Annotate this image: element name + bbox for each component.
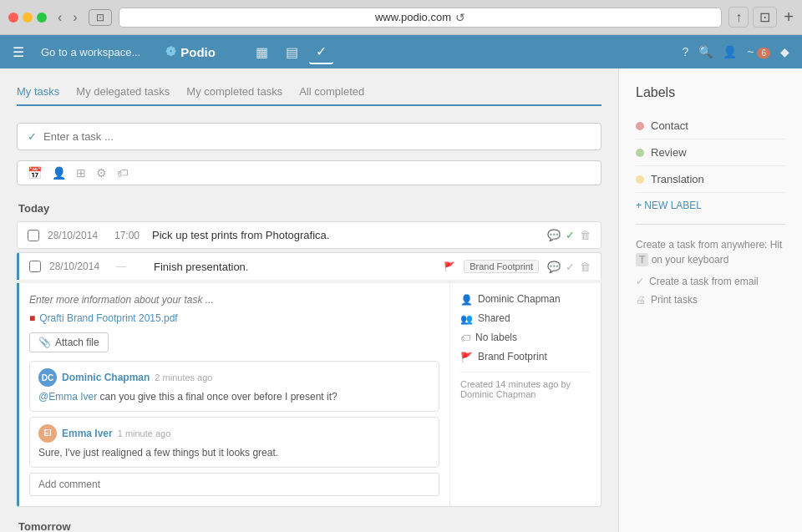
today-header: Today bbox=[17, 202, 602, 215]
apps-nav-button[interactable]: ▦ bbox=[249, 40, 275, 64]
mention-emma[interactable]: @Emma Iver bbox=[38, 391, 97, 403]
task-row: 28/10/2014 17:00 Pick up test prints fro… bbox=[17, 221, 602, 249]
window-toggle-button[interactable]: ⊡ bbox=[89, 9, 112, 26]
grid-icon[interactable]: ⊞ bbox=[76, 166, 86, 180]
browser-nav: ‹ › bbox=[53, 8, 82, 27]
tasks-nav-button[interactable]: ✓ bbox=[309, 40, 333, 64]
task-expanded-panel: ■ Qrafti Brand Footprint 2015.pdf 📎 Atta… bbox=[17, 283, 602, 507]
task1-checkbox[interactable] bbox=[28, 230, 39, 241]
tab-my-tasks[interactable]: My tasks bbox=[17, 85, 59, 106]
task2-time: — bbox=[116, 261, 145, 272]
settings-icon-toolbar[interactable]: ⚙ bbox=[96, 166, 107, 180]
expanded-right: 👤 Dominic Chapman 👥 Shared 🏷 No labels bbox=[450, 283, 601, 506]
labels-row: 🏷 No labels bbox=[460, 332, 591, 344]
tab-delegated[interactable]: My delegated tasks bbox=[76, 85, 170, 104]
sidebar-divider bbox=[636, 224, 785, 225]
close-dot[interactable] bbox=[8, 13, 18, 23]
task-input-wrapper: ✓ bbox=[17, 123, 602, 150]
print-tasks-action[interactable]: 🖨 Print tasks bbox=[636, 294, 785, 306]
labels-label: No labels bbox=[475, 332, 517, 343]
address-bar[interactable]: www.podio.com ↺ bbox=[119, 8, 723, 28]
task2-comment-icon[interactable]: 💬 bbox=[547, 261, 561, 273]
task-input[interactable] bbox=[43, 130, 591, 143]
browser-actions: ↑ ⊡ bbox=[728, 7, 777, 28]
help-icon[interactable]: ? bbox=[683, 45, 689, 58]
print-tasks-label: Print tasks bbox=[651, 294, 698, 306]
task2-complete-icon[interactable]: ✓ bbox=[566, 261, 575, 273]
labels-icon: 🏷 bbox=[460, 332, 470, 344]
notifications-icon[interactable]: ~ 6 bbox=[747, 45, 770, 58]
comment-2-header: EI Emma Iver 1 minute ago bbox=[38, 424, 430, 443]
new-window-button[interactable]: ⊡ bbox=[753, 7, 777, 28]
share-button[interactable]: ↑ bbox=[728, 7, 749, 28]
task2-delete-icon[interactable]: 🗑 bbox=[580, 261, 591, 273]
task1-comment-icon[interactable]: 💬 bbox=[547, 229, 561, 241]
task2-flag-icon: 🚩 bbox=[444, 261, 455, 272]
create-email-label: Create a task from email bbox=[649, 276, 759, 287]
profile-icon[interactable]: 👤 bbox=[723, 45, 737, 58]
label-contact[interactable]: Contact bbox=[636, 113, 785, 139]
task1-delete-icon[interactable]: 🗑 bbox=[580, 229, 591, 241]
tab-all-completed[interactable]: All completed bbox=[299, 85, 364, 104]
pdf-icon: ■ bbox=[29, 312, 35, 324]
contact-label: Contact bbox=[651, 119, 688, 132]
back-button[interactable]: ‹ bbox=[53, 8, 66, 27]
help-text: Create a task from anywhere: Hit T on yo… bbox=[636, 237, 785, 267]
today-section: Today 28/10/2014 17:00 Pick up test prin… bbox=[17, 202, 602, 507]
comment-2-time: 1 minute ago bbox=[118, 428, 171, 438]
label-translation[interactable]: Translation bbox=[636, 166, 785, 193]
created-text: Created 14 minutes ago by bbox=[460, 379, 571, 389]
maximize-dot[interactable] bbox=[37, 13, 47, 23]
add-tab-button[interactable]: + bbox=[784, 8, 794, 27]
files-nav-button[interactable]: ▤ bbox=[279, 40, 305, 64]
task2-checkbox[interactable] bbox=[29, 261, 41, 272]
attach-file-button[interactable]: 📎 Attach file bbox=[29, 332, 109, 352]
sidebar-title: Labels bbox=[636, 85, 785, 100]
paperclip-icon: 📎 bbox=[38, 337, 51, 348]
task1-complete-icon[interactable]: ✓ bbox=[566, 229, 575, 241]
label-review[interactable]: Review bbox=[636, 139, 785, 166]
new-label-button[interactable]: + NEW LABEL bbox=[636, 200, 702, 211]
comment-2-author[interactable]: Emma Iver bbox=[62, 428, 113, 439]
attachment-link[interactable]: Qrafti Brand Footprint 2015.pdf bbox=[39, 312, 177, 324]
workspace-link[interactable]: Go to a workspace... bbox=[41, 46, 140, 58]
task-tabs: My tasks My delegated tasks My completed… bbox=[17, 85, 602, 106]
tomorrow-section: Tomorrow 29/10/2014 — Proof read site co… bbox=[17, 520, 602, 532]
user-icon[interactable]: 👤 bbox=[52, 166, 66, 180]
task2-actions: 💬 ✓ 🗑 bbox=[547, 261, 591, 273]
browser-dots bbox=[8, 13, 47, 23]
comment-1-avatar: DC bbox=[38, 368, 57, 387]
tasks-area: My tasks My delegated tasks My completed… bbox=[0, 68, 618, 532]
settings-icon[interactable]: ◆ bbox=[780, 45, 789, 58]
tomorrow-header: Tomorrow bbox=[17, 520, 602, 532]
assignee-name: Dominic Chapman bbox=[478, 293, 561, 305]
comments-section: DC Dominic Chapman 2 minutes ago @Emma I… bbox=[29, 361, 439, 496]
main-layout: My tasks My delegated tasks My completed… bbox=[0, 68, 802, 532]
forward-button[interactable]: › bbox=[69, 8, 81, 27]
calendar-icon[interactable]: 📅 bbox=[28, 166, 42, 180]
shared-label: Shared bbox=[478, 312, 510, 324]
created-by: Dominic Chapman bbox=[460, 389, 536, 399]
header-nav: ▦ ▤ ✓ bbox=[249, 40, 333, 64]
task1-actions: 💬 ✓ 🗑 bbox=[547, 229, 591, 241]
comment-input[interactable] bbox=[29, 473, 439, 496]
created-info: Created 14 minutes ago by Dominic Chapma… bbox=[460, 372, 591, 399]
comment-1: DC Dominic Chapman 2 minutes ago @Emma I… bbox=[29, 361, 439, 412]
assignee-row: 👤 Dominic Chapman bbox=[460, 293, 591, 306]
shared-row: 👥 Shared bbox=[460, 312, 591, 325]
sidebar: Labels Contact Review Translation + NEW … bbox=[618, 68, 802, 532]
refresh-button[interactable]: ↺ bbox=[455, 11, 465, 24]
tab-completed[interactable]: My completed tasks bbox=[186, 85, 282, 104]
flag-label-text: Brand Footprint bbox=[478, 351, 547, 362]
app-header: ☰ Go to a workspace... ❁ Podio ▦ ▤ ✓ ? 🔍… bbox=[0, 35, 802, 68]
task-info-input[interactable] bbox=[29, 294, 439, 306]
search-icon[interactable]: 🔍 bbox=[698, 45, 713, 58]
attach-file-label: Attach file bbox=[55, 337, 99, 348]
comment-1-author[interactable]: Dominic Chapman bbox=[62, 372, 150, 383]
logo-text: Podio bbox=[180, 45, 216, 59]
create-from-email-action[interactable]: ✓ Create a task from email bbox=[636, 276, 785, 287]
task-toolbar: 📅 👤 ⊞ ⚙ 🏷 bbox=[17, 160, 602, 185]
tag-icon[interactable]: 🏷 bbox=[117, 166, 129, 180]
hamburger-button[interactable]: ☰ bbox=[13, 44, 24, 60]
minimize-dot[interactable] bbox=[23, 13, 33, 23]
